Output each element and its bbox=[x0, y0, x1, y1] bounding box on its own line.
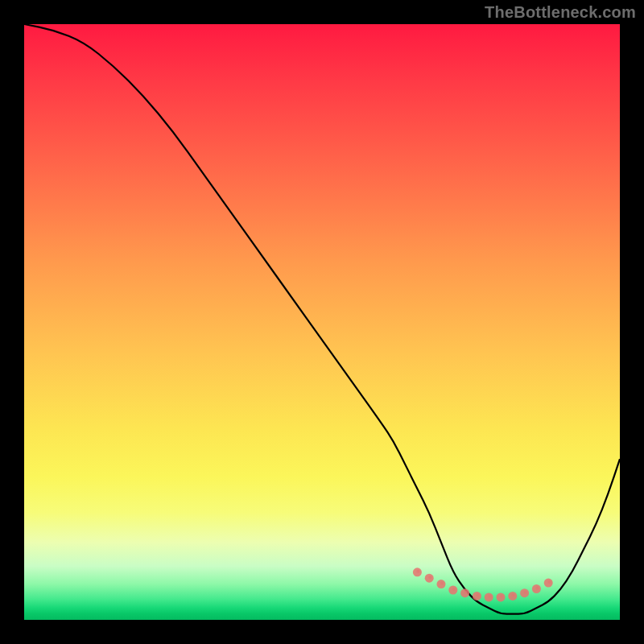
svg-point-7 bbox=[500, 595, 503, 598]
chart-frame: TheBottleneck.com bbox=[0, 0, 644, 644]
svg-point-0 bbox=[416, 570, 419, 573]
svg-point-4 bbox=[464, 591, 468, 594]
svg-point-2 bbox=[440, 582, 444, 585]
plot-area bbox=[24, 24, 620, 620]
svg-point-6 bbox=[488, 595, 491, 598]
svg-point-9 bbox=[524, 591, 527, 594]
svg-point-11 bbox=[547, 580, 551, 584]
svg-point-3 bbox=[452, 588, 456, 591]
svg-point-10 bbox=[535, 587, 539, 590]
svg-point-5 bbox=[476, 593, 479, 597]
svg-point-1 bbox=[428, 576, 431, 579]
dotted-band bbox=[413, 568, 553, 601]
watermark-text: TheBottleneck.com bbox=[485, 3, 636, 22]
bottleneck-curve bbox=[24, 24, 620, 614]
svg-point-8 bbox=[512, 593, 515, 597]
curve-layer bbox=[24, 24, 620, 620]
